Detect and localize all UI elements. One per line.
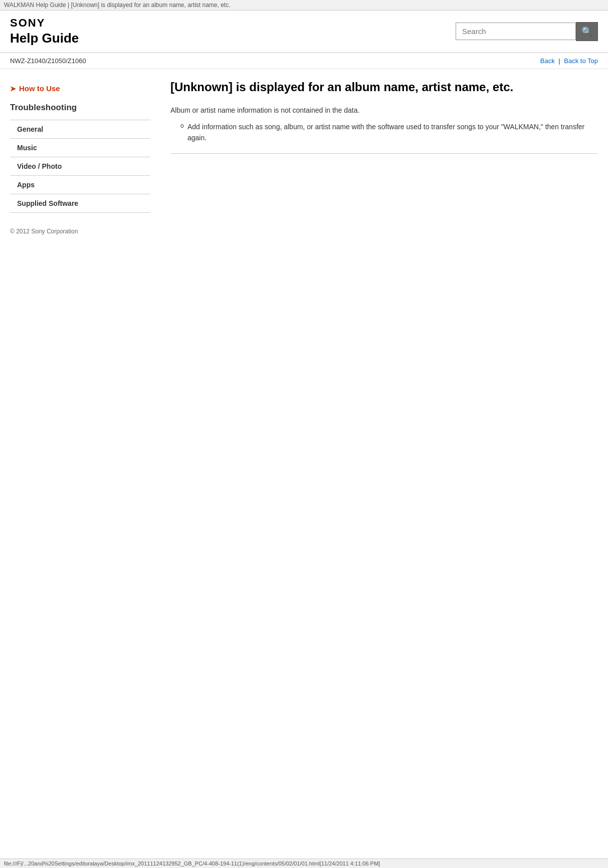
sidebar: ➤ How to Use Troubleshooting General Mus… (10, 79, 160, 235)
page-header: SONY Help Guide 🔍 (0, 11, 608, 53)
content-area: [Unknown] is displayed for an album name… (160, 79, 598, 235)
content-body: Album or artist name information is not … (170, 105, 598, 143)
search-area: 🔍 (456, 22, 598, 41)
copyright-text: © 2012 Sony Corporation (10, 228, 150, 235)
content-list-item: Add information such as song, album, or … (180, 121, 598, 144)
content-list: Add information such as song, album, or … (180, 121, 598, 144)
model-label: NWZ-Z1040/Z1050/Z1060 (10, 57, 86, 65)
browser-title-text: WALKMAN Help Guide | [Unknown] is displa… (4, 2, 231, 9)
sidebar-item-video-photo[interactable]: Video / Photo (10, 157, 150, 175)
page-title: [Unknown] is displayed for an album name… (170, 79, 598, 95)
help-guide-title: Help Guide (10, 31, 79, 46)
content-intro: Album or artist name information is not … (170, 105, 598, 116)
how-to-use-label: How to Use (19, 84, 60, 93)
how-to-use-section[interactable]: ➤ How to Use (10, 84, 150, 93)
sidebar-item-general[interactable]: General (10, 120, 150, 138)
search-input[interactable] (456, 23, 576, 40)
content-divider (170, 153, 598, 154)
nav-links: Back | Back to Top (540, 57, 598, 65)
main-content: ➤ How to Use Troubleshooting General Mus… (0, 69, 608, 245)
nav-bar: NWZ-Z1040/Z1050/Z1060 Back | Back to Top (0, 53, 608, 69)
nav-separator: | (558, 57, 562, 65)
header-branding: SONY Help Guide (10, 17, 79, 46)
sidebar-item-supplied-software[interactable]: Supplied Software (10, 194, 150, 213)
back-to-top-link[interactable]: Back to Top (564, 57, 598, 65)
troubleshooting-section-title: Troubleshooting (10, 103, 150, 116)
sidebar-item-apps[interactable]: Apps (10, 175, 150, 194)
browser-title-bar: WALKMAN Help Guide | [Unknown] is displa… (0, 0, 608, 11)
back-link[interactable]: Back (540, 57, 555, 65)
sidebar-items-list: General Music Video / Photo Apps Supplie… (10, 120, 150, 213)
search-icon: 🔍 (581, 26, 592, 37)
search-button[interactable]: 🔍 (576, 22, 598, 41)
chevron-right-icon: ➤ (10, 85, 16, 93)
sony-logo: SONY (10, 17, 79, 30)
sidebar-item-music[interactable]: Music (10, 138, 150, 157)
